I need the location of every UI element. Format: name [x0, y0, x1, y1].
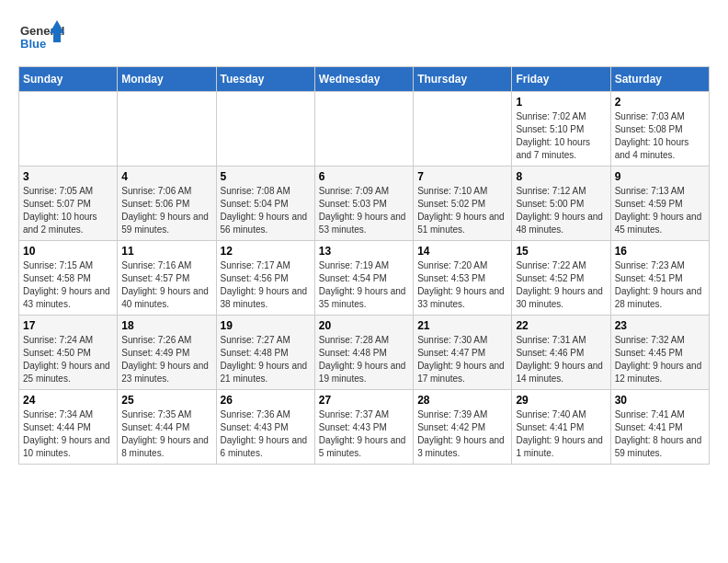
day-number: 14: [417, 245, 507, 258]
table-cell: [414, 92, 512, 167]
day-number: 10: [23, 245, 113, 258]
day-number: 19: [221, 319, 311, 332]
day-info: Sunrise: 7:32 AM Sunset: 4:45 PM Dayligh…: [615, 334, 705, 385]
day-number: 12: [221, 245, 311, 258]
table-cell: 22Sunrise: 7:31 AM Sunset: 4:46 PM Dayli…: [512, 316, 610, 390]
day-number: 23: [615, 319, 705, 332]
table-cell: [19, 92, 118, 167]
day-info: Sunrise: 7:28 AM Sunset: 4:48 PM Dayligh…: [319, 334, 409, 385]
day-info: Sunrise: 7:23 AM Sunset: 4:51 PM Dayligh…: [615, 259, 705, 311]
table-cell: 28Sunrise: 7:39 AM Sunset: 4:42 PM Dayli…: [414, 390, 512, 465]
table-cell: 9Sunrise: 7:13 AM Sunset: 4:59 PM Daylig…: [610, 167, 709, 241]
table-cell: 23Sunrise: 7:32 AM Sunset: 4:45 PM Dayli…: [610, 316, 709, 390]
table-cell: 16Sunrise: 7:23 AM Sunset: 4:51 PM Dayli…: [610, 241, 709, 316]
day-info: Sunrise: 7:16 AM Sunset: 4:57 PM Dayligh…: [121, 259, 211, 311]
header-sunday: Sunday: [19, 67, 118, 92]
day-info: Sunrise: 7:08 AM Sunset: 5:04 PM Dayligh…: [221, 185, 311, 236]
logo: General Blue: [18, 18, 64, 57]
day-info: Sunrise: 7:39 AM Sunset: 4:42 PM Dayligh…: [417, 408, 507, 460]
calendar-header-row: SundayMondayTuesdayWednesdayThursdayFrid…: [19, 67, 710, 92]
day-info: Sunrise: 7:15 AM Sunset: 4:58 PM Dayligh…: [23, 259, 113, 311]
table-cell: 5Sunrise: 7:08 AM Sunset: 5:04 PM Daylig…: [216, 167, 314, 241]
table-cell: 2Sunrise: 7:03 AM Sunset: 5:08 PM Daylig…: [610, 92, 709, 167]
table-cell: 10Sunrise: 7:15 AM Sunset: 4:58 PM Dayli…: [19, 241, 118, 316]
table-cell: 8Sunrise: 7:12 AM Sunset: 5:00 PM Daylig…: [512, 167, 610, 241]
table-cell: 29Sunrise: 7:40 AM Sunset: 4:41 PM Dayli…: [512, 390, 610, 465]
day-info: Sunrise: 7:17 AM Sunset: 4:56 PM Dayligh…: [221, 259, 311, 311]
day-info: Sunrise: 7:41 AM Sunset: 4:41 PM Dayligh…: [615, 408, 705, 460]
day-number: 6: [319, 170, 409, 183]
day-number: 26: [221, 394, 311, 407]
week-row-5: 24Sunrise: 7:34 AM Sunset: 4:44 PM Dayli…: [19, 390, 710, 465]
day-number: 30: [615, 394, 705, 407]
page-header: General Blue: [18, 18, 710, 57]
svg-text:Blue: Blue: [20, 37, 46, 51]
day-info: Sunrise: 7:10 AM Sunset: 5:02 PM Dayligh…: [417, 185, 507, 236]
table-cell: 4Sunrise: 7:06 AM Sunset: 5:06 PM Daylig…: [118, 167, 216, 241]
header-wednesday: Wednesday: [314, 67, 413, 92]
day-number: 1: [516, 96, 606, 109]
day-info: Sunrise: 7:06 AM Sunset: 5:06 PM Dayligh…: [121, 185, 211, 236]
day-number: 8: [516, 170, 606, 183]
day-info: Sunrise: 7:02 AM Sunset: 5:10 PM Dayligh…: [516, 110, 606, 162]
table-cell: 3Sunrise: 7:05 AM Sunset: 5:07 PM Daylig…: [19, 167, 118, 241]
header-saturday: Saturday: [610, 67, 709, 92]
day-info: Sunrise: 7:30 AM Sunset: 4:47 PM Dayligh…: [417, 334, 507, 385]
table-cell: 25Sunrise: 7:35 AM Sunset: 4:44 PM Dayli…: [118, 390, 216, 465]
table-cell: [314, 92, 413, 167]
table-cell: 21Sunrise: 7:30 AM Sunset: 4:47 PM Dayli…: [414, 316, 512, 390]
table-cell: 15Sunrise: 7:22 AM Sunset: 4:52 PM Dayli…: [512, 241, 610, 316]
table-cell: 18Sunrise: 7:26 AM Sunset: 4:49 PM Dayli…: [118, 316, 216, 390]
day-number: 21: [417, 319, 507, 332]
table-cell: [118, 92, 216, 167]
table-cell: 26Sunrise: 7:36 AM Sunset: 4:43 PM Dayli…: [216, 390, 314, 465]
day-number: 28: [417, 394, 507, 407]
day-info: Sunrise: 7:24 AM Sunset: 4:50 PM Dayligh…: [23, 334, 113, 385]
calendar-body: 1Sunrise: 7:02 AM Sunset: 5:10 PM Daylig…: [19, 92, 710, 465]
day-info: Sunrise: 7:26 AM Sunset: 4:49 PM Dayligh…: [121, 334, 211, 385]
table-cell: 24Sunrise: 7:34 AM Sunset: 4:44 PM Dayli…: [19, 390, 118, 465]
day-number: 20: [319, 319, 409, 332]
day-number: 7: [417, 170, 507, 183]
day-number: 27: [319, 394, 409, 407]
day-info: Sunrise: 7:03 AM Sunset: 5:08 PM Dayligh…: [615, 110, 705, 162]
table-cell: 12Sunrise: 7:17 AM Sunset: 4:56 PM Dayli…: [216, 241, 314, 316]
day-info: Sunrise: 7:19 AM Sunset: 4:54 PM Dayligh…: [319, 259, 409, 311]
week-row-1: 1Sunrise: 7:02 AM Sunset: 5:10 PM Daylig…: [19, 92, 710, 167]
day-number: 2: [615, 96, 705, 109]
table-cell: 17Sunrise: 7:24 AM Sunset: 4:50 PM Dayli…: [19, 316, 118, 390]
day-info: Sunrise: 7:20 AM Sunset: 4:53 PM Dayligh…: [417, 259, 507, 311]
day-number: 24: [23, 394, 113, 407]
day-number: 25: [121, 394, 211, 407]
day-info: Sunrise: 7:40 AM Sunset: 4:41 PM Dayligh…: [516, 408, 606, 460]
table-cell: 6Sunrise: 7:09 AM Sunset: 5:03 PM Daylig…: [314, 167, 413, 241]
day-info: Sunrise: 7:34 AM Sunset: 4:44 PM Dayligh…: [23, 408, 113, 460]
table-cell: [216, 92, 314, 167]
table-cell: 14Sunrise: 7:20 AM Sunset: 4:53 PM Dayli…: [414, 241, 512, 316]
day-number: 5: [221, 170, 311, 183]
header-thursday: Thursday: [414, 67, 512, 92]
day-number: 13: [319, 245, 409, 258]
week-row-4: 17Sunrise: 7:24 AM Sunset: 4:50 PM Dayli…: [19, 316, 710, 390]
header-tuesday: Tuesday: [216, 67, 314, 92]
table-cell: 30Sunrise: 7:41 AM Sunset: 4:41 PM Dayli…: [610, 390, 709, 465]
table-cell: 1Sunrise: 7:02 AM Sunset: 5:10 PM Daylig…: [512, 92, 610, 167]
day-number: 9: [615, 170, 705, 183]
table-cell: 7Sunrise: 7:10 AM Sunset: 5:02 PM Daylig…: [414, 167, 512, 241]
day-info: Sunrise: 7:13 AM Sunset: 4:59 PM Dayligh…: [615, 185, 705, 236]
table-cell: 11Sunrise: 7:16 AM Sunset: 4:57 PM Dayli…: [118, 241, 216, 316]
day-info: Sunrise: 7:12 AM Sunset: 5:00 PM Dayligh…: [516, 185, 606, 236]
week-row-2: 3Sunrise: 7:05 AM Sunset: 5:07 PM Daylig…: [19, 167, 710, 241]
week-row-3: 10Sunrise: 7:15 AM Sunset: 4:58 PM Dayli…: [19, 241, 710, 316]
day-number: 4: [121, 170, 211, 183]
day-number: 17: [23, 319, 113, 332]
day-number: 15: [516, 245, 606, 258]
day-number: 3: [23, 170, 113, 183]
day-info: Sunrise: 7:05 AM Sunset: 5:07 PM Dayligh…: [23, 185, 113, 236]
day-info: Sunrise: 7:36 AM Sunset: 4:43 PM Dayligh…: [221, 408, 311, 460]
table-cell: 13Sunrise: 7:19 AM Sunset: 4:54 PM Dayli…: [314, 241, 413, 316]
day-number: 18: [121, 319, 211, 332]
day-info: Sunrise: 7:09 AM Sunset: 5:03 PM Dayligh…: [319, 185, 409, 236]
day-info: Sunrise: 7:31 AM Sunset: 4:46 PM Dayligh…: [516, 334, 606, 385]
day-number: 29: [516, 394, 606, 407]
